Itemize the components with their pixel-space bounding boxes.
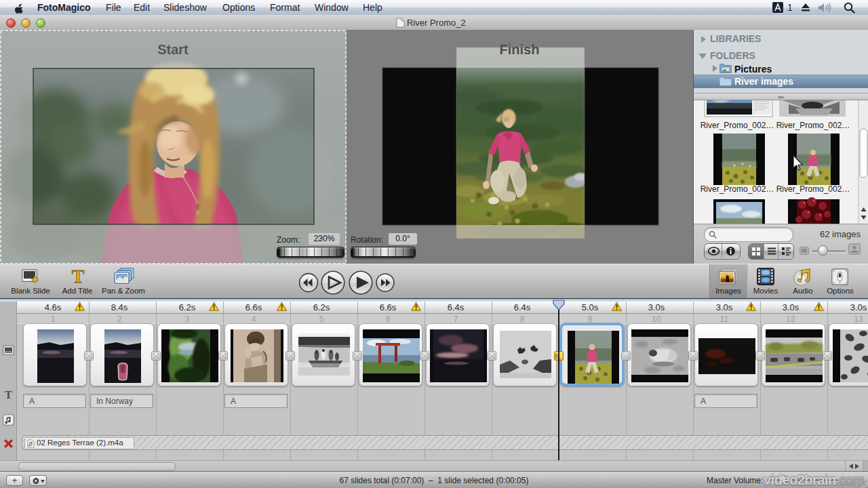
svg-text:River_Promo_002…: River_Promo_002… [776,184,850,194]
svg-text:T: T [72,268,85,285]
svg-text:River_Promo_002…: River_Promo_002… [701,121,774,130]
svg-text:Start: Start [157,42,189,57]
svg-text:River_Promo_002…: River_Promo_002… [701,184,774,194]
svg-text:River_Promo_002…: River_Promo_002… [776,121,850,130]
svg-text:Finish: Finish [500,42,540,57]
